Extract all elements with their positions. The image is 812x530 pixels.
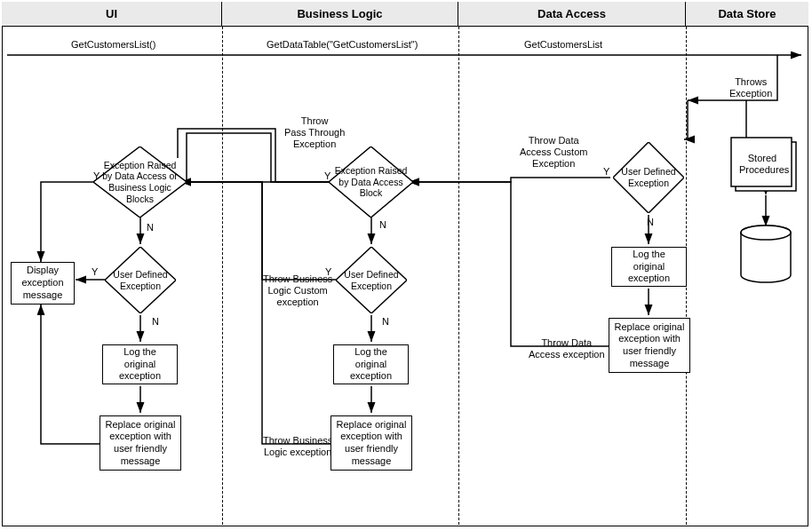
yn-ui-user-n: N xyxy=(152,316,159,328)
box-ui-replace: Replace original exception with user fri… xyxy=(100,415,181,471)
col-header-ds: Data Store xyxy=(686,2,808,26)
col-header-bl: Business Logic xyxy=(222,2,458,26)
yn-bl-raised-n: N xyxy=(379,219,386,231)
box-ui-log: Log the original exception xyxy=(102,344,178,384)
lane-divider-1 xyxy=(222,27,223,525)
call-ui-to-bl: GetCustomersList() xyxy=(71,39,155,51)
yn-bl-raised-y: Y xyxy=(324,170,330,182)
diamond-ui-user: User Defined Exception xyxy=(105,247,176,313)
box-da-log: Log the original exception xyxy=(611,247,687,287)
yn-bl-user-n: N xyxy=(382,316,389,328)
swimlane-header: UI Business Logic Data Access Data Store xyxy=(2,2,808,27)
label-throw-pass-through: Throw Pass Through Exception xyxy=(284,115,345,151)
call-bl-to-da: GetDataTable("GetCustomersList") xyxy=(267,39,418,51)
box-display-message: Display exception message xyxy=(11,262,75,305)
box-bl-replace: Replace original exception with user fri… xyxy=(330,415,412,471)
col-header-da: Data Access xyxy=(458,2,686,26)
diamond-bl-raised: Exception Raised by Data Access Block xyxy=(329,146,413,218)
yn-ui-raised-n: N xyxy=(147,222,154,233)
label-throw-bl-custom: Throw Business Logic Custom exception xyxy=(263,273,332,309)
label-throws-exception: Throws Exception xyxy=(729,76,772,99)
box-bl-log: Log the original exception xyxy=(333,344,409,384)
diamond-da-user: User Defined Exception xyxy=(613,142,684,213)
yn-da-user-n: N xyxy=(647,217,654,228)
yn-ui-user-y: Y xyxy=(92,266,98,278)
diamond-bl-user: User Defined Exception xyxy=(336,247,407,313)
yn-bl-user-y: Y xyxy=(325,266,331,278)
box-da-replace: Replace original exception with user fri… xyxy=(609,318,690,373)
lane-divider-2 xyxy=(458,27,459,525)
col-header-ui: UI xyxy=(2,2,222,26)
yn-da-user-y: Y xyxy=(603,166,609,178)
diagram-root: UI Business Logic Data Access Data Store… xyxy=(0,0,812,530)
call-da-to-ds: GetCustomersList xyxy=(524,39,602,51)
label-throw-bl-exception: Throw Business Logic exception xyxy=(263,435,332,458)
diamond-ui-raised: Exception Raised by Data Access or Busin… xyxy=(93,146,187,218)
yn-ui-raised-y: Y xyxy=(93,170,100,182)
label-throw-da-custom: Throw Data Access Custom Exception xyxy=(520,135,587,170)
label-throw-da-exception: Throw Data Access exception xyxy=(529,337,605,360)
box-stored-procedures: Stored Procedures xyxy=(739,153,785,176)
